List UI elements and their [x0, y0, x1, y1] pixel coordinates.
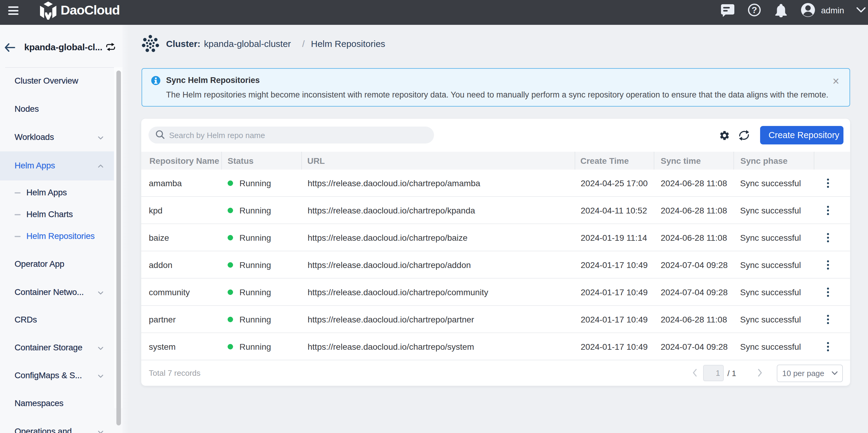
svg-text:?: ? — [752, 5, 757, 15]
